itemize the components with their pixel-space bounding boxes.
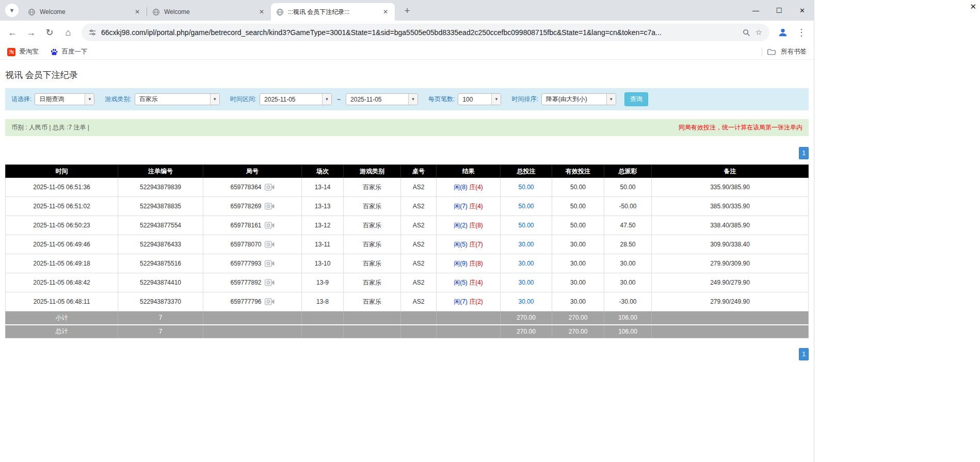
bookmarks-separator bbox=[762, 48, 762, 56]
video-replay-icon[interactable] bbox=[265, 260, 275, 267]
cell-game-type: 百家乐 bbox=[344, 216, 401, 235]
cell-time: 2025-11-05 06:49:46 bbox=[6, 235, 118, 254]
date-range-label: 时间区间: bbox=[230, 95, 256, 104]
total-bet-link[interactable]: 30.00 bbox=[518, 298, 534, 305]
cell-note: 338.40/385.90 bbox=[652, 216, 809, 235]
round-number: 659778364 bbox=[230, 184, 261, 191]
address-bar[interactable]: 66cxkj98.com/ipl/portal.php/game/betreco… bbox=[82, 24, 769, 41]
tab-welcome-2[interactable]: Welcome ✕ bbox=[147, 3, 271, 21]
chevron-down-icon[interactable]: ▼ bbox=[210, 94, 219, 105]
video-replay-icon[interactable] bbox=[265, 298, 275, 305]
col-header-result: 结果 bbox=[437, 165, 501, 178]
chevron-down-icon[interactable]: ▼ bbox=[606, 94, 616, 105]
date-to-input[interactable]: 2025-11-05 ▼ bbox=[346, 93, 418, 105]
cell-payout: -30.00 bbox=[604, 292, 652, 311]
back-icon[interactable]: ← bbox=[3, 23, 22, 42]
bet-records-table: 时间 注单编号 局号 场次 游戏类别 桌号 结果 总投注 有效投注 总派彩 备注… bbox=[5, 164, 809, 338]
cell-valid-bet: 30.00 bbox=[552, 292, 604, 311]
cell-result: 闲(5) 庄(7) bbox=[437, 235, 501, 254]
video-replay-icon[interactable] bbox=[265, 222, 275, 229]
empty-cell bbox=[652, 311, 809, 325]
browser-window: ▼ Welcome ✕ Welcome ✕ :::视讯 会员下注纪录::: ✕ … bbox=[0, 0, 814, 462]
video-replay-icon[interactable] bbox=[265, 203, 275, 210]
bookmarks-bar: 淘 爱淘宝 百度一下 所有书签 bbox=[0, 44, 814, 60]
cell-session: 13-12 bbox=[302, 216, 344, 235]
cell-table-no: AS2 bbox=[401, 216, 437, 235]
cell-session: 13-10 bbox=[302, 254, 344, 273]
select-label: 请选择: bbox=[11, 95, 31, 104]
cell-payout: 30.00 bbox=[604, 254, 652, 273]
video-replay-icon[interactable] bbox=[265, 241, 275, 248]
zoom-icon[interactable] bbox=[743, 29, 750, 37]
tab-search-button[interactable]: ▼ bbox=[5, 4, 19, 17]
page-size-select[interactable]: 100 ▼ bbox=[458, 93, 501, 105]
minimize-button[interactable]: — bbox=[744, 0, 767, 21]
url-text[interactable]: 66cxkj98.com/ipl/portal.php/game/betreco… bbox=[101, 28, 737, 37]
total-bet-link[interactable]: 30.00 bbox=[518, 279, 534, 286]
bookmark-baidu[interactable]: 百度一下 bbox=[50, 47, 88, 56]
cell-result: 闲(7) 庄(2) bbox=[437, 292, 501, 311]
video-replay-icon[interactable] bbox=[265, 184, 275, 191]
query-type-value: 日期查询 bbox=[35, 95, 85, 104]
background-close-icon[interactable]: ✕ bbox=[970, 2, 976, 11]
forward-icon[interactable]: → bbox=[22, 23, 40, 42]
menu-icon[interactable]: ⋮ bbox=[792, 23, 811, 42]
tab-welcome-1[interactable]: Welcome ✕ bbox=[23, 3, 147, 21]
chevron-down-icon[interactable]: ▼ bbox=[491, 94, 501, 105]
table-row: 2025-11-05 06:51:36522943879839659778364… bbox=[6, 178, 809, 197]
new-tab-button[interactable]: + bbox=[400, 4, 414, 18]
empty-cell bbox=[652, 325, 809, 338]
cell-time: 2025-11-05 06:48:11 bbox=[6, 292, 118, 311]
bookmark-star-icon[interactable]: ☆ bbox=[756, 28, 762, 37]
date-from-value: 2025-11-05 bbox=[260, 96, 322, 103]
cell-total-bet: 50.00 bbox=[501, 197, 552, 216]
result-banker: 庄(8) bbox=[469, 260, 483, 267]
page-1-button[interactable]: 1 bbox=[799, 348, 809, 360]
total-bet-link[interactable]: 30.00 bbox=[518, 260, 534, 267]
cell-valid-bet: 50.00 bbox=[552, 197, 604, 216]
bookmark-label: 爱淘宝 bbox=[19, 47, 39, 56]
page-1-button[interactable]: 1 bbox=[799, 147, 809, 159]
cell-game-type: 百家乐 bbox=[344, 178, 401, 197]
total-bet-link[interactable]: 50.00 bbox=[518, 203, 534, 210]
tab-bet-records[interactable]: :::视讯 会员下注纪录::: ✕ bbox=[271, 3, 395, 21]
date-from-input[interactable]: 2025-11-05 ▼ bbox=[260, 93, 332, 105]
cell-result: 闲(5) 庄(4) bbox=[437, 273, 501, 292]
total-bet-link[interactable]: 50.00 bbox=[518, 222, 534, 229]
chevron-down-icon[interactable]: ▼ bbox=[85, 94, 94, 105]
cell-time: 2025-11-05 06:50:23 bbox=[6, 216, 118, 235]
site-settings-icon[interactable] bbox=[89, 29, 96, 36]
globe-icon bbox=[152, 8, 160, 16]
col-header-bet-id: 注单编号 bbox=[118, 165, 203, 178]
baidu-paw-icon bbox=[50, 48, 58, 56]
col-header-total-bet: 总投注 bbox=[501, 165, 552, 178]
sort-select[interactable]: 降幂(由大到小) ▼ bbox=[541, 93, 616, 105]
tab-close-icon[interactable]: ✕ bbox=[381, 8, 390, 16]
chevron-down-icon: ▼ bbox=[9, 7, 15, 13]
chevron-down-icon[interactable]: ▼ bbox=[322, 94, 331, 105]
cell-bet-id: 522943873370 bbox=[118, 292, 203, 311]
cell-valid-bet: 50.00 bbox=[552, 216, 604, 235]
all-bookmarks[interactable]: 所有书签 bbox=[762, 47, 807, 56]
cell-payout: 47.50 bbox=[604, 216, 652, 235]
game-type-select[interactable]: 百家乐 ▼ bbox=[135, 93, 220, 105]
search-button[interactable]: 查询 bbox=[624, 92, 648, 106]
home-icon[interactable]: ⌂ bbox=[59, 23, 77, 42]
bookmark-taobao[interactable]: 淘 爱淘宝 bbox=[7, 47, 39, 56]
tab-close-icon[interactable]: ✕ bbox=[258, 8, 266, 16]
total-bet-link[interactable]: 50.00 bbox=[518, 184, 534, 191]
total-valid-bet: 270.00 bbox=[552, 325, 604, 338]
maximize-button[interactable]: ☐ bbox=[767, 0, 791, 21]
total-bet-link[interactable]: 30.00 bbox=[518, 241, 534, 248]
close-button[interactable]: ✕ bbox=[791, 0, 814, 21]
tab-title: :::视讯 会员下注纪录::: bbox=[288, 8, 377, 16]
query-type-select[interactable]: 日期查询 ▼ bbox=[35, 93, 94, 105]
video-replay-icon[interactable] bbox=[265, 279, 275, 286]
reload-icon[interactable]: ↻ bbox=[40, 23, 59, 42]
result-banker: 庄(8) bbox=[469, 222, 483, 229]
profile-icon[interactable] bbox=[774, 23, 792, 42]
sort-value: 降幂(由大到小) bbox=[542, 95, 606, 104]
tab-close-icon[interactable]: ✕ bbox=[133, 8, 141, 16]
table-row: 2025-11-05 06:51:02522943878835659778269… bbox=[6, 197, 809, 216]
chevron-down-icon[interactable]: ▼ bbox=[408, 94, 417, 105]
